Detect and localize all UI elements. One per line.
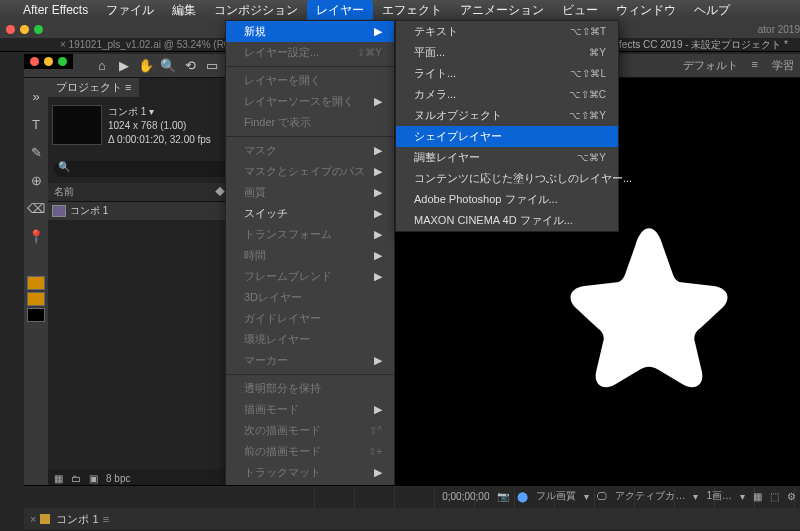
menu-item[interactable]: スイッチ▶: [226, 203, 394, 224]
menu-item: レイヤーソースを開く▶: [226, 91, 394, 112]
brush-tool-icon[interactable]: ✎: [26, 142, 46, 162]
selection-tool-icon[interactable]: ▶: [114, 56, 134, 76]
snapshot-icon[interactable]: 📷: [497, 491, 509, 502]
chevron-icon[interactable]: »: [26, 86, 46, 106]
workspace-switcher[interactable]: デフォルト ≡ 学習: [683, 58, 794, 73]
home-icon[interactable]: ⌂: [92, 56, 112, 76]
menu-item: マスクとシェイプのパス▶: [226, 161, 394, 182]
max-dot[interactable]: [58, 57, 67, 66]
timeline-track[interactable]: × コンポ 1 ≡: [24, 508, 800, 530]
min-dot[interactable]: [20, 25, 29, 34]
menu-item: 前の描画モード⇧+: [226, 441, 394, 462]
menubar-layer[interactable]: レイヤー: [307, 0, 373, 21]
menubar-help[interactable]: ヘルプ: [685, 0, 739, 21]
max-dot[interactable]: [34, 25, 43, 34]
eraser-tool-icon[interactable]: ⌫: [26, 198, 46, 218]
menubar-app[interactable]: After Effects: [14, 1, 97, 19]
mask-icon[interactable]: ⬚: [770, 491, 779, 502]
bpc-label[interactable]: 8 bpc: [106, 473, 130, 484]
workspace-learn[interactable]: 学習: [772, 58, 794, 73]
menu-item[interactable]: MAXON CINEMA 4D ファイル...: [396, 210, 618, 231]
comp-duration: Δ 0:00:01:20, 32.00 fps: [108, 133, 211, 147]
3d-icon[interactable]: ⚙: [787, 491, 796, 502]
menu-item: 次の描画モード⇧^: [226, 420, 394, 441]
display-icon[interactable]: 🖵: [597, 491, 607, 502]
channel-icon[interactable]: ⬤: [517, 491, 528, 502]
folder-icon[interactable]: 🗀: [71, 473, 81, 484]
project-search[interactable]: [54, 161, 238, 177]
stroke-swatch[interactable]: [27, 292, 45, 306]
menu-item: レイヤー設定...⇧⌘Y: [226, 42, 394, 63]
menu-item: トランスフォーム▶: [226, 224, 394, 245]
type-tool-icon[interactable]: T: [26, 114, 46, 134]
menu-item[interactable]: コンテンツに応じた塗りつぶしのレイヤー...: [396, 168, 618, 189]
timeline-panel: 0;00;00;00 📷 ⬤ フル画質 ▾ 🖵 アクティブカ… ▾ 1画… ▾ …: [24, 485, 800, 531]
menu-item: マスク▶: [226, 140, 394, 161]
menubar-file[interactable]: ファイル: [97, 0, 163, 21]
project-row[interactable]: コンポ 1: [48, 202, 244, 220]
menu-item: 3Dレイヤー: [226, 287, 394, 308]
menu-item: トラックマット▶: [226, 462, 394, 483]
menubar-effect[interactable]: エフェクト: [373, 0, 451, 21]
menubar-view[interactable]: ビュー: [553, 0, 607, 21]
menu-item: Finder で表示: [226, 112, 394, 133]
project-panel: プロジェクト ≡ コンポ 1 ▾ 1024 x 768 (1.00) Δ 0:0…: [48, 78, 244, 488]
menu-item: 時間▶: [226, 245, 394, 266]
timeline-comp-name: コンポ 1: [56, 512, 98, 527]
menu-item: 画質▶: [226, 182, 394, 203]
comp-thumbnail[interactable]: [52, 105, 102, 145]
menu-item[interactable]: テキスト⌥⇧⌘T: [396, 21, 618, 42]
menu-item[interactable]: 調整レイヤー⌥⌘Y: [396, 147, 618, 168]
quality-select[interactable]: フル画質: [536, 489, 576, 503]
menu-item[interactable]: シェイプレイヤー: [396, 126, 618, 147]
new-comp-icon[interactable]: ▣: [89, 473, 98, 484]
left-toolbar: » T ✎ ⊕ ⌫ 📍: [24, 78, 48, 488]
comp-name[interactable]: コンポ 1 ▾: [108, 105, 154, 119]
stamp-tool-icon[interactable]: ⊕: [26, 170, 46, 190]
comp-info: コンポ 1 ▾ 1024 x 768 (1.00) Δ 0:00:01:20, …: [48, 97, 244, 155]
menubar-composition[interactable]: コンポジション: [205, 0, 307, 21]
timecode[interactable]: 0;00;00;00: [442, 491, 489, 502]
pin-tool-icon[interactable]: 📍: [26, 226, 46, 246]
workspace-menu-icon[interactable]: ≡: [752, 58, 758, 73]
close-dot[interactable]: [30, 57, 39, 66]
fill-swatch[interactable]: [27, 276, 45, 290]
workspace-default[interactable]: デフォルト: [683, 58, 738, 73]
col-name[interactable]: 名前: [54, 185, 74, 199]
menu-item[interactable]: 新規▶: [226, 21, 394, 42]
menu-item[interactable]: Adobe Photoshop ファイル...: [396, 189, 618, 210]
ae-traffic: [24, 54, 73, 69]
menu-item: 描画モード▶: [226, 399, 394, 420]
close-dot[interactable]: [6, 25, 15, 34]
menu-item: フレームブレンド▶: [226, 266, 394, 287]
rect-tool-icon[interactable]: ▭: [202, 56, 222, 76]
views-select[interactable]: 1画…: [706, 489, 732, 503]
grid-icon[interactable]: ▦: [753, 491, 762, 502]
menu-item[interactable]: カメラ...⌥⇧⌘C: [396, 84, 618, 105]
project-tab[interactable]: プロジェクト ≡: [48, 78, 139, 97]
timeline-header: 0;00;00;00 📷 ⬤ フル画質 ▾ 🖵 アクティブカ… ▾ 1画… ▾ …: [24, 486, 800, 508]
menu-item: マーカー▶: [226, 350, 394, 371]
menu-item[interactable]: 平面...⌘Y: [396, 42, 618, 63]
traffic-lights: [6, 25, 43, 34]
active-camera[interactable]: アクティブカ…: [615, 489, 685, 503]
orbit-tool-icon[interactable]: ⟲: [180, 56, 200, 76]
layer-menu[interactable]: 新規▶レイヤー設定...⇧⌘Yレイヤーを開くレイヤーソースを開く▶Finder …: [225, 20, 395, 531]
menubar-animation[interactable]: アニメーション: [451, 0, 553, 21]
menu-item[interactable]: ライト...⌥⇧⌘L: [396, 63, 618, 84]
zoom-tool-icon[interactable]: 🔍: [158, 56, 178, 76]
comp-track-icon: [40, 514, 50, 524]
layer-new-submenu[interactable]: テキスト⌥⇧⌘T平面...⌘Yライト...⌥⇧⌘Lカメラ...⌥⇧⌘Cヌルオブジ…: [395, 20, 619, 232]
mac-menubar: After Effects ファイル 編集 コンポジション レイヤー エフェクト…: [0, 0, 800, 20]
color-swatches[interactable]: [27, 276, 45, 322]
hand-tool-icon[interactable]: ✋: [136, 56, 156, 76]
min-dot[interactable]: [44, 57, 53, 66]
menu-item[interactable]: ヌルオブジェクト⌥⇧⌘Y: [396, 105, 618, 126]
menubar-edit[interactable]: 編集: [163, 0, 205, 21]
bg-swatch[interactable]: [27, 308, 45, 322]
comp-icon: [52, 205, 66, 217]
menu-item: 透明部分を保持: [226, 378, 394, 399]
project-columns[interactable]: 名前 ◆ タ: [48, 183, 244, 202]
menubar-window[interactable]: ウィンドウ: [607, 0, 685, 21]
interpret-icon[interactable]: ▦: [54, 473, 63, 484]
